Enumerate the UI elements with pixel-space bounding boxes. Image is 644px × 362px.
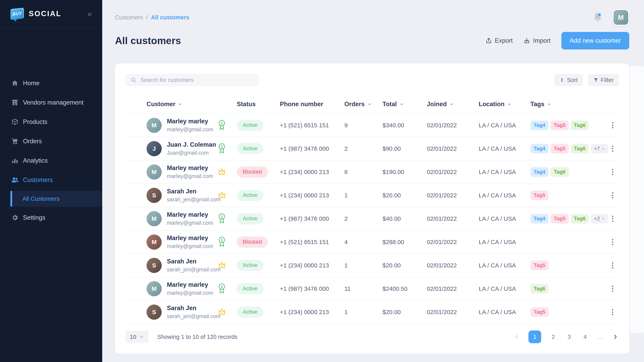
- add-new-customer-button[interactable]: Add new customer: [561, 32, 629, 49]
- row-menu-kebab-icon[interactable]: [610, 190, 615, 200]
- sidebar-collapse-icon[interactable]: «: [88, 10, 92, 18]
- pagination-page-2[interactable]: 2: [549, 334, 557, 340]
- export-button[interactable]: Export: [485, 37, 513, 44]
- tags-cell: Tag4Tag5Tag6: [530, 120, 602, 130]
- sidebar-item-home[interactable]: Home: [0, 73, 102, 93]
- row-menu-kebab-icon[interactable]: [610, 167, 615, 177]
- pagination-page-4[interactable]: 4: [581, 334, 589, 340]
- row-menu-kebab-icon[interactable]: [610, 237, 615, 247]
- breadcrumb-parent[interactable]: Customers: [115, 14, 143, 21]
- sort-button[interactable]: Sort: [554, 74, 583, 86]
- pagination-next-icon[interactable]: [612, 333, 619, 341]
- tag-pill[interactable]: Tag5: [530, 307, 548, 317]
- row-checkbox-cell: [125, 170, 139, 174]
- row-menu-kebab-icon[interactable]: [610, 307, 615, 317]
- filter-button[interactable]: Filter: [588, 74, 619, 86]
- cell-joined: 02/01/2022: [427, 262, 479, 269]
- tag-pill[interactable]: Tag4: [530, 167, 548, 177]
- customer-name: Sarah Jen: [167, 305, 218, 312]
- sidebar-item-customers[interactable]: Customers: [0, 170, 102, 190]
- tier-crown-icon: [218, 306, 226, 318]
- tag-pill[interactable]: Tag5: [530, 191, 548, 200]
- user-avatar[interactable]: M: [612, 9, 629, 26]
- column-label: Location: [479, 101, 504, 108]
- column-header-total[interactable]: Total: [382, 101, 427, 108]
- status-badge: Active: [237, 307, 264, 318]
- cell-phone: +1 (521) 6515 151: [280, 122, 344, 129]
- scrollbar-track[interactable]: [630, 66, 644, 333]
- cell-joined: 02/01/2022: [427, 145, 479, 152]
- avatar: M: [146, 281, 162, 296]
- chevron-down-icon[interactable]: [449, 102, 454, 107]
- chevron-down-icon[interactable]: [547, 102, 552, 107]
- cell-total: $20.00: [382, 309, 427, 316]
- row-menu-kebab-icon[interactable]: [610, 260, 615, 270]
- chevron-down-icon[interactable]: [399, 102, 404, 107]
- column-header-location[interactable]: Location: [479, 101, 530, 108]
- tag-pill[interactable]: Tag6: [571, 120, 589, 130]
- cell-orders: 2: [344, 145, 382, 152]
- table-body: MMarley marleymarley@gmail.com1Active+1 …: [125, 113, 619, 324]
- tag-pill[interactable]: Tag6: [550, 167, 569, 177]
- active-indicator-bar: [10, 191, 12, 207]
- row-actions-cell: [602, 144, 619, 154]
- sidebar-item-orders[interactable]: Orders: [0, 131, 102, 151]
- customer-cell: SSarah Jensarah_jen@gmail.com: [139, 188, 237, 203]
- logo-badge-text: BUY: [12, 11, 22, 16]
- main-content: Customers / All customers M All customer…: [102, 0, 644, 354]
- import-button[interactable]: Import: [524, 37, 550, 44]
- cell-joined: 02/01/2022: [427, 215, 479, 222]
- customer-name-block: Marley marleymarley@gmail.com: [167, 164, 213, 179]
- notifications-bell-icon[interactable]: [593, 12, 602, 22]
- customer-email: sarah_jen@gmail.com: [167, 197, 218, 203]
- page-size-select[interactable]: 10: [125, 331, 148, 343]
- import-label: Import: [533, 37, 550, 44]
- tag-pill[interactable]: Tag4: [530, 144, 548, 153]
- customer-cell: SSarah Jensarah_jen@gmail.com: [139, 305, 237, 320]
- customer-email: sarah_jen@gmail.com: [167, 313, 218, 320]
- column-header-customer[interactable]: Customer: [139, 101, 237, 108]
- tag-pill[interactable]: Tag4: [530, 120, 548, 130]
- tag-pill[interactable]: Tag6: [571, 144, 589, 153]
- row-menu-kebab-icon[interactable]: [610, 214, 615, 224]
- tag-pill[interactable]: Tag5: [530, 261, 548, 270]
- chevron-down-icon[interactable]: [367, 102, 372, 107]
- tag-pill[interactable]: Tag5: [550, 214, 569, 224]
- row-menu-kebab-icon[interactable]: [610, 284, 615, 294]
- tag-pill[interactable]: Tag5: [550, 144, 569, 153]
- sidebar-subitem-all-customers[interactable]: All Customers: [10, 191, 102, 207]
- sidebar-item-products[interactable]: Products: [0, 112, 102, 131]
- column-header-orders[interactable]: Orders: [344, 101, 382, 108]
- card-toolbar: Sort Filter: [125, 74, 619, 86]
- pagination-page-3[interactable]: 3: [565, 334, 573, 340]
- sidebar-item-analytics[interactable]: Analytics: [0, 151, 102, 170]
- customer-name-block: Sarah Jensarah_jen@gmail.com: [167, 305, 218, 320]
- more-tags-count: +2: [594, 216, 600, 222]
- cell-total: $340.00: [382, 122, 427, 129]
- sort-label: Sort: [567, 77, 578, 83]
- tag-pill[interactable]: Tag4: [530, 214, 548, 224]
- status-badge: Blocked: [237, 166, 268, 178]
- column-header-joined[interactable]: Joined: [427, 101, 479, 108]
- column-header-tags[interactable]: Tags: [530, 101, 602, 108]
- pagination-page-1[interactable]: 1: [528, 331, 541, 343]
- breadcrumb: Customers / All customers: [115, 14, 189, 21]
- tag-pill[interactable]: Tag6: [530, 284, 548, 294]
- tags-cell: Tag4Tag5Tag6+7: [530, 144, 602, 153]
- pagination-ellipsis[interactable]: …: [597, 334, 604, 340]
- sidebar-item-vendors-management[interactable]: Vendors management: [0, 93, 102, 112]
- avatar: M: [146, 118, 162, 133]
- row-menu-kebab-icon[interactable]: [610, 120, 615, 130]
- cell-total: $190.00: [382, 169, 427, 175]
- status-cell: Active: [237, 283, 280, 294]
- search-input[interactable]: [140, 77, 254, 83]
- chevron-down-icon[interactable]: [178, 102, 183, 107]
- sidebar-item-settings[interactable]: Settings: [0, 208, 102, 227]
- cell-total: $288.00: [382, 239, 427, 246]
- tag-pill[interactable]: Tag5: [550, 120, 569, 130]
- cell-joined: 02/01/2022: [427, 285, 479, 292]
- pagination-prev-icon[interactable]: [513, 333, 520, 341]
- tag-pill[interactable]: Tag6: [571, 214, 589, 224]
- chevron-down-icon[interactable]: [507, 102, 512, 107]
- row-menu-kebab-icon[interactable]: [610, 144, 615, 154]
